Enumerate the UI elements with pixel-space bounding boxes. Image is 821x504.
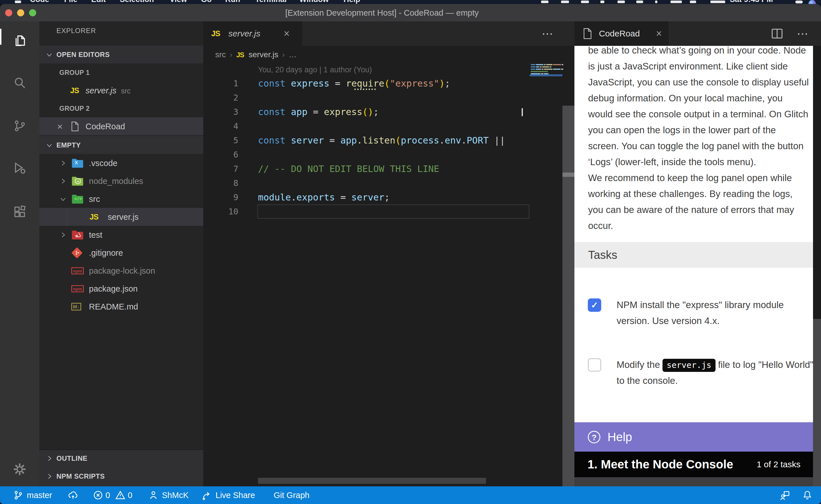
menu-bar-status-icon[interactable] (561, 1, 569, 3)
menu-bar-status-icon[interactable] (671, 1, 682, 3)
open-editors-section[interactable]: OPEN EDITORS (39, 46, 203, 63)
tree-item-readme-md[interactable]: M↓README.md (39, 298, 203, 315)
line-number: 7 (203, 162, 238, 176)
tree-item-test[interactable]: test (39, 226, 203, 244)
section-outline[interactable]: OUTLINE (39, 449, 203, 467)
close-window-button[interactable] (5, 9, 12, 17)
tree-item-package-lock-json[interactable]: npmpackage-lock.json (39, 262, 203, 280)
code-line-1[interactable]: 1const express = require("express"); (203, 76, 574, 91)
run-and-debug-icon[interactable] (13, 161, 27, 175)
menu-item-code[interactable]: Code (30, 0, 49, 4)
open-editor-item-coderoad[interactable]: ×CodeRoad (39, 117, 203, 135)
menu-item-go[interactable]: Go (201, 0, 212, 4)
chevron-down-icon (46, 142, 53, 149)
split-editor-icon[interactable] (771, 28, 783, 39)
more-actions-icon[interactable]: ⋯ (797, 27, 809, 40)
breadcrumb-file[interactable]: server.js (249, 50, 278, 59)
breadcrumbs[interactable]: src›JS server.js›… (203, 46, 574, 63)
code-chip: server.js (663, 359, 715, 372)
editor-group-1: JS server.js × ⋯ src›JS server.js›… You,… (203, 21, 574, 486)
menu-bar-status-icon[interactable] (690, 1, 696, 3)
webview-scrollbar[interactable] (813, 46, 821, 486)
menu-clock[interactable]: Sat 9:43 PM (730, 0, 773, 4)
menu-item-window[interactable]: Window (299, 0, 329, 4)
macos-menu-bar[interactable]: CodeFileEditSelectionViewGoRunTerminalWi… (0, 0, 821, 4)
source-control-icon[interactable] (13, 119, 27, 133)
menu-item-edit[interactable]: Edit (91, 0, 106, 4)
tree-item--gitignore[interactable]: .gitignore (39, 244, 203, 262)
live-share-item[interactable]: Live Share (202, 486, 255, 504)
account-item[interactable]: ShMcK (148, 486, 188, 504)
siri-icon[interactable] (808, 0, 816, 4)
task-checkbox[interactable] (588, 358, 601, 372)
horizontal-scrollbar[interactable] (258, 478, 486, 484)
menu-bar-status-icon[interactable] (636, 1, 643, 3)
tab-coderoad[interactable]: CodeRoad × (574, 21, 669, 46)
menu-item-selection[interactable]: Selection (120, 0, 154, 4)
title-bar[interactable]: [Extension Development Host] - CodeRoad … (0, 4, 821, 21)
menu-bar-status-icon[interactable] (581, 1, 589, 3)
code-line-3[interactable]: 3const app = express(); (203, 105, 574, 119)
editor-sash[interactable] (562, 106, 574, 486)
explorer-icon[interactable] (13, 33, 27, 48)
code-line-10[interactable]: 10 (203, 204, 574, 219)
feedback-icon[interactable] (780, 486, 790, 504)
zoom-window-button[interactable] (29, 9, 36, 17)
menu-bar-status-icon[interactable] (618, 1, 625, 3)
menu-item-terminal[interactable]: Terminal (255, 0, 287, 4)
open-editor-item-server-js[interactable]: JSserver.jssrc (39, 81, 203, 99)
menu-bar-status-icon[interactable] (710, 1, 725, 3)
breadcrumb-symbol[interactable]: … (289, 50, 297, 59)
scrollbar-thumb[interactable] (562, 173, 574, 177)
close-tab-icon[interactable]: × (656, 28, 662, 40)
panel-footer-strip (574, 477, 821, 486)
tree-item-node_modules[interactable]: JSnode_modules (39, 172, 203, 190)
code-line-8[interactable]: 8 (203, 176, 574, 190)
minimize-window-button[interactable] (17, 9, 24, 17)
close-icon[interactable]: × (57, 122, 63, 131)
menu-item-view[interactable]: View (169, 0, 187, 4)
git-branch-item[interactable]: master (13, 486, 52, 504)
tree-item-package-json[interactable]: npmpackage.json (39, 280, 203, 298)
task-item-1: ✓NPM install the "express" library modul… (574, 297, 821, 348)
tab-server-js[interactable]: JS server.js × (203, 21, 302, 46)
more-actions-icon[interactable]: ⋯ (542, 27, 553, 40)
git-graph-item[interactable]: Git Graph (274, 486, 310, 504)
sync-changes-item[interactable] (68, 486, 78, 504)
lesson-title-bar[interactable]: 1. Meet the Node Console 1 of 2 tasks (574, 452, 821, 477)
apple-logo-icon[interactable] (15, 1, 21, 3)
breadcrumb-src[interactable]: src (215, 50, 226, 59)
task-checkbox[interactable]: ✓ (588, 298, 601, 312)
menu-item-help[interactable]: Help (344, 0, 360, 4)
code-line-2[interactable]: 2 (203, 91, 574, 105)
code-line-9[interactable]: 9module.exports = server; (203, 190, 574, 204)
folder-node-icon: JS (71, 175, 86, 187)
settings-gear-icon[interactable] (13, 462, 27, 476)
code-editor[interactable]: You, 20 days ago | 1 author (You) 1const… (203, 63, 574, 486)
menu-bar-status-icon[interactable] (541, 1, 548, 3)
minimap[interactable] (530, 63, 562, 91)
spotlight-icon[interactable] (795, 1, 803, 3)
extensions-icon[interactable] (13, 205, 27, 219)
notifications-bell-icon[interactable] (802, 486, 812, 504)
workspace-section-empty[interactable]: EMPTY (39, 136, 203, 154)
problems-item[interactable]: 0 0 (93, 486, 132, 504)
menu-item-file[interactable]: File (64, 0, 77, 4)
tree-item-src[interactable]: </>src (39, 190, 203, 208)
search-icon[interactable] (13, 76, 27, 90)
tree-item--vscode[interactable]: X.vscode (39, 154, 203, 172)
code-line-4[interactable]: 4 (203, 119, 574, 133)
menu-item-run[interactable]: Run (225, 0, 240, 4)
help-button[interactable]: ? Help (574, 422, 821, 452)
webview-scrollbar-thumb[interactable] (813, 46, 821, 319)
code-line-7[interactable]: 7// -- DO NOT EDIT BELOW THIS LINE (203, 162, 574, 176)
code-line-5[interactable]: 5const server = app.listen(process.env.P… (203, 133, 574, 147)
git-blame-annotation[interactable]: You, 20 days ago | 1 author (You) (258, 63, 372, 76)
code-line-6[interactable]: 6 (203, 147, 574, 162)
menu-bar-status-icon[interactable] (655, 1, 658, 3)
close-tab-icon[interactable]: × (284, 28, 290, 40)
tree-item-server-js[interactable]: JSserver.js (39, 208, 203, 226)
section-npm-scripts[interactable]: NPM SCRIPTS (39, 467, 203, 485)
menu-bar-status-icon[interactable] (600, 1, 604, 3)
question-circle-icon: ? (588, 431, 600, 443)
